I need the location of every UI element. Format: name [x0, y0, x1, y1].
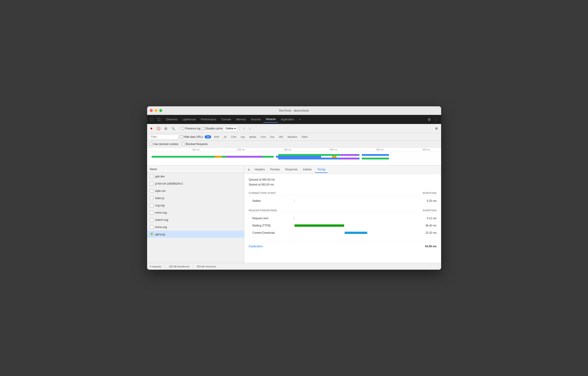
tab-memory[interactable]: Memory [234, 117, 248, 122]
filter-xhr[interactable]: XHR [212, 135, 221, 138]
network-throttle-select[interactable]: Online ▾ [224, 126, 237, 132]
blocked-requests-checkbox[interactable] [182, 143, 185, 145]
toolbar-sep-1 [179, 126, 179, 131]
file-doc-icon [150, 225, 153, 229]
filter-media[interactable]: Media [248, 135, 258, 138]
ttfb-duration: 38.40 ms [419, 224, 437, 227]
has-blocked-cookies-checkbox[interactable] [150, 143, 153, 145]
file-name: style.css [155, 189, 166, 193]
list-item[interactable]: index.js [147, 195, 244, 202]
svg-rect-9 [362, 154, 389, 156]
devtools-window: DevTools - about:blank ⬚ ☐ Elements Ligh… [147, 106, 441, 270]
list-item[interactable]: pptr.dev [147, 173, 244, 180]
list-item[interactable]: home.svg [147, 223, 244, 231]
svg-rect-1 [215, 156, 222, 158]
more-options-icon[interactable]: ⋮ [433, 117, 439, 123]
tab-initiator[interactable]: Initiator [301, 166, 314, 173]
window-title: DevTools - about:blank [279, 109, 309, 112]
tab-sources[interactable]: Sources [249, 117, 263, 122]
list-item[interactable]: cog.svg [147, 202, 244, 209]
file-doc-icon [150, 182, 153, 186]
tab-application[interactable]: Application [278, 117, 296, 122]
svg-rect-10 [362, 158, 389, 159]
stalled-label: Stalled [249, 199, 294, 202]
blocked-row: Has blocked cookies Blocked Requests [147, 141, 441, 147]
filter-manifest[interactable]: Manifest [286, 135, 299, 138]
inspect-icon[interactable]: ☐ [156, 117, 162, 123]
filter-all[interactable]: All [205, 135, 211, 138]
filter-ws[interactable]: WS [277, 135, 285, 138]
search-button[interactable]: 🔍 [170, 126, 177, 131]
timing-row-content-download: Content Download 15.32 ms [249, 229, 437, 236]
record-button[interactable]: ● [149, 125, 154, 132]
filter-other[interactable]: Other [300, 135, 310, 138]
close-button[interactable] [150, 109, 153, 112]
tab-performance[interactable]: Performance [199, 117, 219, 122]
status-bar: 9 requests 105 kB transferred 263 kB res… [147, 263, 441, 270]
tab-lighthouse[interactable]: Lighthouse [180, 117, 198, 122]
tab-timing[interactable]: Timing [315, 166, 328, 173]
filter-js[interactable]: JS [222, 135, 229, 138]
clear-button[interactable]: 🚫 [155, 126, 162, 131]
filter-img[interactable]: Img [239, 135, 247, 138]
list-item[interactable]: search.svg [147, 216, 244, 223]
export-button[interactable]: ↓ [248, 126, 252, 131]
filter-row: Hide data URLs All XHR JS CSS Img Media … [147, 133, 441, 141]
minimize-button[interactable] [155, 109, 158, 112]
content-download-bar-area [294, 229, 419, 236]
import-button[interactable]: ↑ [242, 126, 246, 131]
timing-info: Queued at 583.00 ms Started at 583.00 ms [249, 177, 437, 187]
has-blocked-cookies-label[interactable]: Has blocked cookies [150, 143, 178, 146]
content-download-bar [345, 232, 367, 234]
file-doc-icon [150, 204, 153, 207]
request-response-header: Request/Response DURATION [249, 209, 437, 213]
stalled-duration: 0.25 ms [419, 199, 437, 202]
tab-more[interactable]: » [297, 117, 303, 122]
filter-toggle-button[interactable]: ⊟ [163, 126, 168, 131]
cursor-icon[interactable]: ⬚ [149, 117, 155, 123]
file-doc-icon [150, 211, 153, 214]
file-name: pptr.png [155, 233, 165, 236]
tab-console[interactable]: Console [219, 117, 233, 122]
main-content: Name pptr.dev js?id=UA-106086244-2 style… [147, 166, 441, 263]
timeline-area[interactable]: 100 ms 200 ms 300 ms 400 ms 500 ms 600 m… [147, 147, 441, 166]
filter-css[interactable]: CSS [229, 135, 238, 138]
file-name: search.svg [155, 218, 168, 221]
timing-footer: Explanation 54.08 ms [249, 242, 437, 248]
started-at-text: Started at 583.00 ms [249, 182, 437, 187]
tab-elements[interactable]: Elements [164, 117, 180, 122]
ttfb-bar [294, 224, 344, 227]
disable-cache-label[interactable]: Disable cache [202, 127, 223, 130]
settings-gear-icon[interactable]: ⚙ [426, 117, 432, 123]
detail-content: Queued at 583.00 ms Started at 583.00 ms… [244, 174, 441, 263]
traffic-lights [150, 109, 162, 112]
blocked-requests-label[interactable]: Blocked Requests [182, 143, 208, 146]
hide-data-urls-label[interactable]: Hide data URLs [180, 135, 203, 138]
svg-rect-2 [226, 156, 262, 158]
settings-button-2[interactable]: ⚙ [434, 126, 439, 131]
connection-start-header: Connection Start DURATION [249, 192, 437, 196]
list-item-selected[interactable]: 🖼 pptr.png [147, 231, 244, 238]
list-item[interactable]: menu.svg [147, 209, 244, 216]
filter-input[interactable] [149, 134, 178, 139]
tab-preview[interactable]: Preview [268, 166, 282, 173]
explanation-link[interactable]: Explanation [249, 245, 263, 248]
hide-data-urls-checkbox[interactable] [180, 135, 183, 138]
timeline-svg [147, 147, 441, 165]
preserve-log-label[interactable]: Preserve log [181, 127, 200, 130]
content-download-label: Content Download [249, 231, 294, 234]
list-item[interactable]: style.css [147, 187, 244, 195]
maximize-button[interactable] [159, 109, 162, 112]
filter-doc[interactable]: Doc [268, 135, 276, 138]
file-doc-icon [150, 218, 153, 222]
preserve-log-checkbox[interactable] [181, 127, 184, 130]
filter-font[interactable]: Font [259, 135, 267, 138]
file-list-header: Name [147, 166, 244, 173]
list-item[interactable]: js?id=UA-106086244-2 [147, 180, 244, 187]
tab-headers[interactable]: Headers [252, 166, 267, 173]
file-doc-icon [150, 175, 153, 178]
tab-response[interactable]: Response [283, 166, 300, 173]
detail-close-button[interactable]: ✕ [246, 167, 252, 172]
disable-cache-checkbox[interactable] [202, 127, 205, 130]
tab-network[interactable]: Network [263, 116, 278, 123]
